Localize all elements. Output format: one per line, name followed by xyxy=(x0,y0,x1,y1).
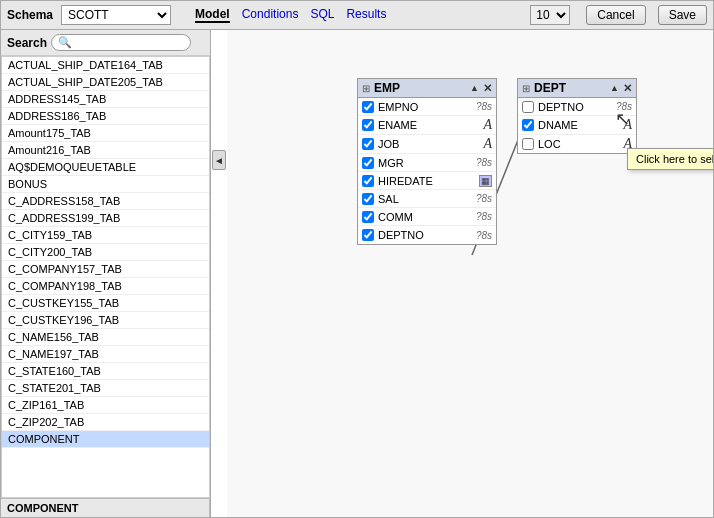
search-bar: Search 🔍 xyxy=(1,30,210,56)
list-item[interactable]: ACTUAL_SHIP_DATE205_TAB xyxy=(2,74,209,91)
dept-check-dname[interactable] xyxy=(522,119,534,131)
search-label: Search xyxy=(7,36,47,50)
emp-row-job: JOB A xyxy=(358,135,496,154)
emp-type-sal: ?8s xyxy=(476,193,492,204)
emp-check-mgr[interactable] xyxy=(362,157,374,169)
emp-table-widget: ⊞ EMP ▲ ✕ EMPNO ?8s ENAME A xyxy=(357,78,497,245)
search-icon: 🔍 xyxy=(58,36,72,49)
emp-col-job: JOB xyxy=(378,138,479,150)
emp-row-comm: COMM ?8s xyxy=(358,208,496,226)
emp-type-empno: ?8s xyxy=(476,101,492,112)
dept-sort-button[interactable]: ▲ xyxy=(610,83,619,93)
list-item[interactable]: C_ZIP161_TAB xyxy=(2,397,209,414)
cancel-button[interactable]: Cancel xyxy=(586,5,645,25)
cursor-icon: ↖ xyxy=(615,108,630,130)
emp-col-ename: ENAME xyxy=(378,119,479,131)
list-item[interactable]: C_NAME197_TAB xyxy=(2,346,209,363)
emp-sort-button[interactable]: ▲ xyxy=(470,83,479,93)
emp-check-deptno[interactable] xyxy=(362,229,374,241)
emp-row-hiredate: HIREDATE ▦ xyxy=(358,172,496,190)
dept-col-deptno: DEPTNO xyxy=(538,101,612,113)
schema-select[interactable]: SCOTT HR SYS xyxy=(61,5,171,25)
emp-col-mgr: MGR xyxy=(378,157,472,169)
emp-row-deptno: DEPTNO ?8s xyxy=(358,226,496,244)
dept-check-deptno[interactable] xyxy=(522,101,534,113)
list-item[interactable]: C_COMPANY157_TAB xyxy=(2,261,209,278)
dept-col-dname: DNAME xyxy=(538,119,619,131)
list-item[interactable]: C_STATE160_TAB xyxy=(2,363,209,380)
results-select[interactable]: 10 25 50 xyxy=(530,5,570,25)
emp-type-comm: ?8s xyxy=(476,211,492,222)
tooltip-text: Click here to select column for join xyxy=(636,153,713,165)
table-list-footer: COMPONENT xyxy=(1,498,210,517)
emp-col-comm: COMM xyxy=(378,211,472,223)
search-input-wrap: 🔍 xyxy=(51,34,191,51)
emp-table-header: ⊞ EMP ▲ ✕ xyxy=(358,79,496,98)
list-item[interactable]: C_STATE201_TAB xyxy=(2,380,209,397)
table-list[interactable]: ACTUAL_SHIP_DATE164_TAB ACTUAL_SHIP_DATE… xyxy=(1,56,210,498)
emp-col-deptno: DEPTNO xyxy=(378,229,472,241)
emp-type-deptno: ?8s xyxy=(476,230,492,241)
emp-table-title: EMP xyxy=(374,81,466,95)
emp-col-empno: EMPNO xyxy=(378,101,472,113)
left-panel: Search 🔍 ACTUAL_SHIP_DATE164_TAB ACTUAL_… xyxy=(1,30,211,517)
list-item[interactable]: C_CITY159_TAB xyxy=(2,227,209,244)
emp-close-button[interactable]: ✕ xyxy=(483,82,492,95)
emp-row-ename: ENAME A xyxy=(358,116,496,135)
emp-action-ename[interactable]: A xyxy=(483,117,492,133)
content-area: Search 🔍 ACTUAL_SHIP_DATE164_TAB ACTUAL_… xyxy=(1,30,713,517)
emp-col-hiredate: HIREDATE xyxy=(378,175,475,187)
emp-check-job[interactable] xyxy=(362,138,374,150)
list-item[interactable]: C_ADDRESS158_TAB xyxy=(2,193,209,210)
tab-model[interactable]: Model xyxy=(195,7,230,23)
schema-label: Schema xyxy=(7,8,53,22)
top-bar: Schema SCOTT HR SYS Model Conditions SQL… xyxy=(1,1,713,30)
tab-conditions[interactable]: Conditions xyxy=(242,7,299,23)
nav-tabs: Model Conditions SQL Results xyxy=(195,7,386,23)
list-item[interactable]: BONUS xyxy=(2,176,209,193)
tab-results[interactable]: Results xyxy=(346,7,386,23)
list-item[interactable]: C_COMPANY198_TAB xyxy=(2,278,209,295)
list-item[interactable]: C_CUSTKEY196_TAB xyxy=(2,312,209,329)
emp-check-ename[interactable] xyxy=(362,119,374,131)
dept-close-button[interactable]: ✕ xyxy=(623,82,632,95)
emp-check-comm[interactable] xyxy=(362,211,374,223)
tooltip-bubble: Click here to select column for join xyxy=(627,148,713,170)
dept-row-loc: LOC A xyxy=(518,135,636,153)
dept-table-title: DEPT xyxy=(534,81,606,95)
emp-row-empno: EMPNO ?8s xyxy=(358,98,496,116)
emp-check-hiredate[interactable] xyxy=(362,175,374,187)
search-input[interactable] xyxy=(72,37,182,49)
tab-sql[interactable]: SQL xyxy=(310,7,334,23)
emp-type-hiredate: ▦ xyxy=(479,175,492,187)
dept-table-header: ⊞ DEPT ▲ ✕ xyxy=(518,79,636,98)
emp-table-icon: ⊞ xyxy=(362,83,370,94)
list-item[interactable]: C_CUSTKEY155_TAB xyxy=(2,295,209,312)
list-item[interactable]: C_CITY200_TAB xyxy=(2,244,209,261)
dept-table-icon: ⊞ xyxy=(522,83,530,94)
emp-check-sal[interactable] xyxy=(362,193,374,205)
emp-row-sal: SAL ?8s xyxy=(358,190,496,208)
emp-col-sal: SAL xyxy=(378,193,472,205)
main-container: Schema SCOTT HR SYS Model Conditions SQL… xyxy=(0,0,714,518)
list-item[interactable]: ACTUAL_SHIP_DATE164_TAB xyxy=(2,57,209,74)
arrow-divider: ◄ xyxy=(211,30,227,517)
list-item[interactable]: C_ADDRESS199_TAB xyxy=(2,210,209,227)
emp-row-mgr: MGR ?8s xyxy=(358,154,496,172)
list-item[interactable]: ADDRESS186_TAB xyxy=(2,108,209,125)
right-panel: ⊞ EMP ▲ ✕ EMPNO ?8s ENAME A xyxy=(227,30,713,517)
emp-check-empno[interactable] xyxy=(362,101,374,113)
list-item[interactable]: C_NAME156_TAB xyxy=(2,329,209,346)
list-item[interactable]: AQ$DEMOQUEUETABLE xyxy=(2,159,209,176)
collapse-arrow[interactable]: ◄ xyxy=(212,150,226,170)
list-item[interactable]: Amount175_TAB xyxy=(2,125,209,142)
list-item[interactable]: COMPONENT xyxy=(2,431,209,448)
list-item[interactable]: C_ZIP202_TAB xyxy=(2,414,209,431)
list-item[interactable]: ADDRESS145_TAB xyxy=(2,91,209,108)
emp-type-mgr: ?8s xyxy=(476,157,492,168)
save-button[interactable]: Save xyxy=(658,5,707,25)
dept-col-loc: LOC xyxy=(538,138,619,150)
dept-check-loc[interactable] xyxy=(522,138,534,150)
list-item[interactable]: Amount216_TAB xyxy=(2,142,209,159)
emp-action-job[interactable]: A xyxy=(483,136,492,152)
